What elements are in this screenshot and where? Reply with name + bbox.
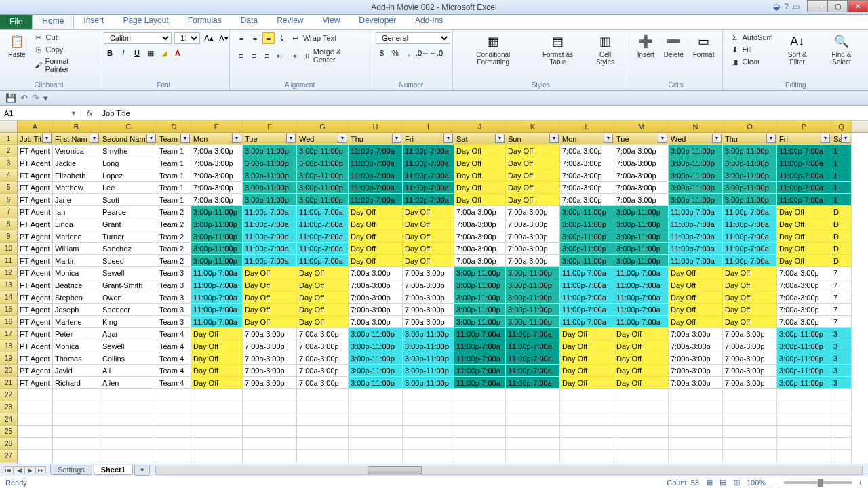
- cell[interactable]: 7:00a-3:00p: [506, 230, 560, 243]
- row-header[interactable]: 9: [0, 230, 18, 243]
- cell[interactable]: 7:00a-3:00p: [614, 194, 669, 206]
- format-cells-button[interactable]: ▭Format: [690, 32, 717, 60]
- cell[interactable]: Team 1: [157, 169, 191, 182]
- cell[interactable]: Day Off: [243, 279, 297, 291]
- row-header[interactable]: 19: [0, 352, 18, 365]
- cell[interactable]: PT Agent: [18, 365, 53, 377]
- cell[interactable]: 7:00a-3:00p: [403, 316, 454, 328]
- cell[interactable]: Day Off: [454, 169, 506, 182]
- cell[interactable]: [18, 401, 53, 413]
- cell[interactable]: 11:00p-7:00a: [506, 328, 560, 340]
- cell[interactable]: Thomas: [53, 352, 100, 365]
- filter-dropdown-icon[interactable]: ▾: [549, 134, 559, 143]
- cell[interactable]: 7:00a-3:00p: [454, 243, 506, 255]
- cell[interactable]: 7:00a-3:00p: [243, 328, 297, 340]
- col-header-I[interactable]: I: [403, 121, 454, 132]
- cell[interactable]: [723, 413, 777, 426]
- cell[interactable]: 11:00p-7:00a: [243, 218, 297, 230]
- tab-data[interactable]: Data: [231, 13, 267, 29]
- cell[interactable]: 11:00p-7:00a: [297, 255, 349, 267]
- col-header-C[interactable]: C: [100, 121, 157, 132]
- cell[interactable]: Day Off: [403, 255, 454, 267]
- cell[interactable]: Jackie: [53, 157, 100, 169]
- cell[interactable]: 3:00p-11:00p: [403, 365, 454, 377]
- cell[interactable]: 11:00p-7:00a: [349, 194, 403, 206]
- cell[interactable]: 7:00a-3:00p: [560, 182, 614, 194]
- cell[interactable]: 11:00p-7:00a: [454, 340, 506, 352]
- cell[interactable]: 11:00p-7:00a: [349, 157, 403, 169]
- cell[interactable]: [157, 389, 191, 401]
- find-select-button[interactable]: 🔍Find & Select: [821, 32, 863, 67]
- cell[interactable]: [831, 426, 852, 438]
- cell[interactable]: Team 4: [157, 365, 191, 377]
- cell[interactable]: 11:00p-7:00a: [191, 316, 243, 328]
- cell[interactable]: [349, 450, 403, 462]
- cell[interactable]: FT Agent: [18, 243, 53, 255]
- row-header[interactable]: 22: [0, 389, 18, 401]
- align-top-icon[interactable]: ≡: [235, 32, 248, 44]
- cell[interactable]: 7:00a-3:00p: [297, 328, 349, 340]
- cell[interactable]: [297, 401, 349, 413]
- cell[interactable]: 3:00p-11:00p: [297, 157, 349, 169]
- cell[interactable]: 7:00a-3:00p: [614, 182, 669, 194]
- cell[interactable]: Team 3: [157, 291, 191, 304]
- cell[interactable]: Richard: [53, 377, 100, 389]
- cell[interactable]: 7:00a-3:00p: [191, 182, 243, 194]
- cell[interactable]: [723, 401, 777, 413]
- filter-dropdown-icon[interactable]: ▾: [232, 134, 241, 143]
- cell[interactable]: 11:00p-7:00a: [191, 291, 243, 304]
- cell[interactable]: FT Agent: [18, 182, 53, 194]
- cell[interactable]: 7:00a-3:00p: [614, 169, 669, 182]
- cell[interactable]: [100, 401, 157, 413]
- cell[interactable]: Team 3: [157, 279, 191, 291]
- autosum-button[interactable]: ΣAutoSum: [728, 32, 774, 43]
- cell[interactable]: Day Off: [297, 304, 349, 316]
- cell[interactable]: 7:00a-3:00p: [349, 291, 403, 304]
- cell[interactable]: Sanchez: [100, 243, 157, 255]
- cell[interactable]: 11:00p-7:00a: [506, 352, 560, 365]
- cell[interactable]: [777, 438, 831, 450]
- cell[interactable]: [614, 401, 669, 413]
- cell[interactable]: 7:00a-3:00p: [669, 365, 723, 377]
- cell[interactable]: PT Agent: [18, 291, 53, 304]
- cell[interactable]: [157, 450, 191, 462]
- cell[interactable]: 7:00a-3:00p: [669, 328, 723, 340]
- cell[interactable]: [669, 450, 723, 462]
- cell[interactable]: Jane: [53, 194, 100, 206]
- row-header[interactable]: 8: [0, 218, 18, 230]
- cell[interactable]: [403, 450, 454, 462]
- cell[interactable]: [18, 450, 53, 462]
- cell[interactable]: [100, 438, 157, 450]
- cell[interactable]: 7:00a-3:00p: [723, 377, 777, 389]
- cell[interactable]: Long: [100, 157, 157, 169]
- cell[interactable]: Pearce: [100, 206, 157, 218]
- cell[interactable]: Team 2: [157, 206, 191, 218]
- cell[interactable]: 3:00p-11:00p: [454, 316, 506, 328]
- cell[interactable]: [297, 413, 349, 426]
- cell[interactable]: Martin: [53, 255, 100, 267]
- cell[interactable]: [191, 450, 243, 462]
- filter-dropdown-icon[interactable]: ▾: [658, 134, 667, 143]
- cell[interactable]: [297, 438, 349, 450]
- cell[interactable]: [831, 401, 852, 413]
- bold-button[interactable]: B: [104, 47, 116, 59]
- cell[interactable]: Beatrice: [53, 279, 100, 291]
- cell[interactable]: Sewell: [100, 267, 157, 279]
- cell[interactable]: [191, 389, 243, 401]
- cell[interactable]: 11:00p-7:00a: [297, 230, 349, 243]
- cell[interactable]: [669, 413, 723, 426]
- cell[interactable]: 3: [831, 328, 852, 340]
- cell[interactable]: Day Off: [614, 328, 669, 340]
- cell[interactable]: Tue▾: [243, 133, 297, 145]
- cell[interactable]: Day Off: [349, 218, 403, 230]
- cell[interactable]: 7:00a-3:00p: [454, 230, 506, 243]
- align-right-icon[interactable]: ≡: [261, 49, 273, 62]
- row-header[interactable]: 23: [0, 401, 18, 413]
- cell[interactable]: 3:00p-11:00p: [614, 206, 669, 218]
- cell[interactable]: [723, 450, 777, 462]
- cell[interactable]: 11:00p-7:00a: [777, 145, 831, 157]
- cell[interactable]: Thu▾: [723, 133, 777, 145]
- filter-dropdown-icon[interactable]: ▾: [766, 134, 776, 143]
- fx-icon[interactable]: fx: [81, 109, 98, 117]
- cell[interactable]: 11:00p-7:00a: [403, 145, 454, 157]
